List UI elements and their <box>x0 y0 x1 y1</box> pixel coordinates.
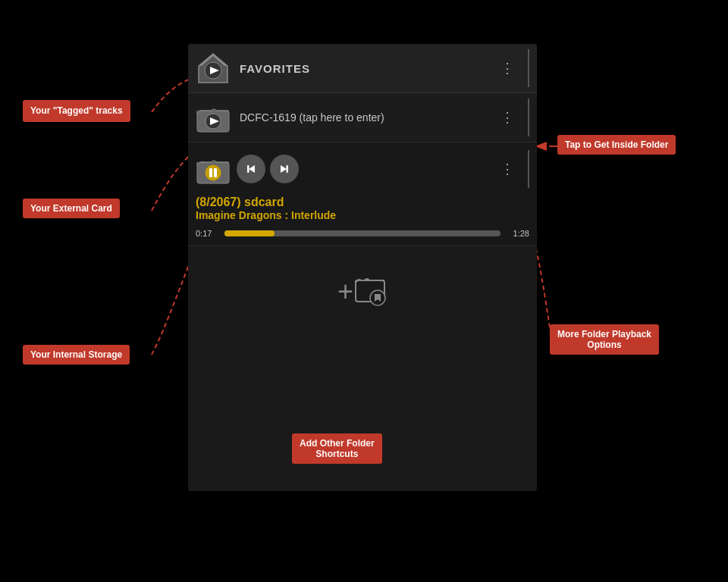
favorites-icon <box>196 51 231 86</box>
svg-text:+: + <box>337 276 353 307</box>
dcfc-folder-label: DCFC-1619 (tap here to enter) <box>240 111 494 124</box>
annotation-internal-storage: Your Internal Storage <box>23 345 130 365</box>
sdcard-row: ⋮ (8/2067) sdcard Imagine Dragons : Inte… <box>188 142 537 246</box>
time-start: 0:17 <box>196 229 218 238</box>
dcfc-folder-icon <box>196 100 231 135</box>
time-end: 1:28 <box>507 229 529 238</box>
playing-info: (8/2067) sdcard Imagine Dragons : Interl… <box>196 192 529 224</box>
svg-point-9 <box>206 165 221 180</box>
svg-rect-10 <box>209 168 212 177</box>
playback-controls <box>237 155 494 183</box>
favorites-menu-button[interactable]: ⋮ <box>494 57 520 80</box>
dcfc-menu-button[interactable]: ⋮ <box>494 106 520 129</box>
annotation-tagged-tracks: Your "Tagged" tracks <box>23 100 130 122</box>
vertical-divider-dcfc <box>528 99 529 136</box>
next-button[interactable] <box>270 155 299 183</box>
favorites-label: FAVORITES <box>240 62 494 75</box>
add-folder-icon: + <box>336 269 389 318</box>
sdcard-menu-button[interactable]: ⋮ <box>494 158 520 180</box>
favorites-row[interactable]: FAVORITES ⋮ <box>188 44 537 93</box>
svg-rect-11 <box>214 168 217 177</box>
annotation-external-card: Your External Card <box>23 199 120 218</box>
progress-track[interactable] <box>224 230 500 236</box>
progress-bar-container[interactable]: 0:17 1:28 <box>196 229 529 238</box>
track-counter: (8/2067) sdcard <box>196 196 529 209</box>
sdcard-folder-icon <box>196 152 231 186</box>
track-name: Imagine Dragons : Interlude <box>196 209 529 221</box>
annotation-add-shortcuts: Add Other Folder Shortcuts <box>292 433 382 464</box>
annotation-more-options: More Folder Playback Options <box>550 324 659 355</box>
vertical-divider-favorites <box>528 49 529 87</box>
prev-button[interactable] <box>237 155 265 183</box>
vertical-divider-sdcard <box>528 150 529 188</box>
dcfc-folder-row[interactable]: DCFC-1619 (tap here to enter) ⋮ <box>188 93 537 142</box>
annotation-tap-inside: Tap to Get Inside Folder <box>557 135 676 155</box>
progress-fill <box>224 230 275 236</box>
add-folder-area[interactable]: + <box>188 246 537 340</box>
app-panel: FAVORITES ⋮ DCFC-1619 (tap here to enter… <box>188 44 537 491</box>
playing-top: ⋮ <box>196 150 529 188</box>
